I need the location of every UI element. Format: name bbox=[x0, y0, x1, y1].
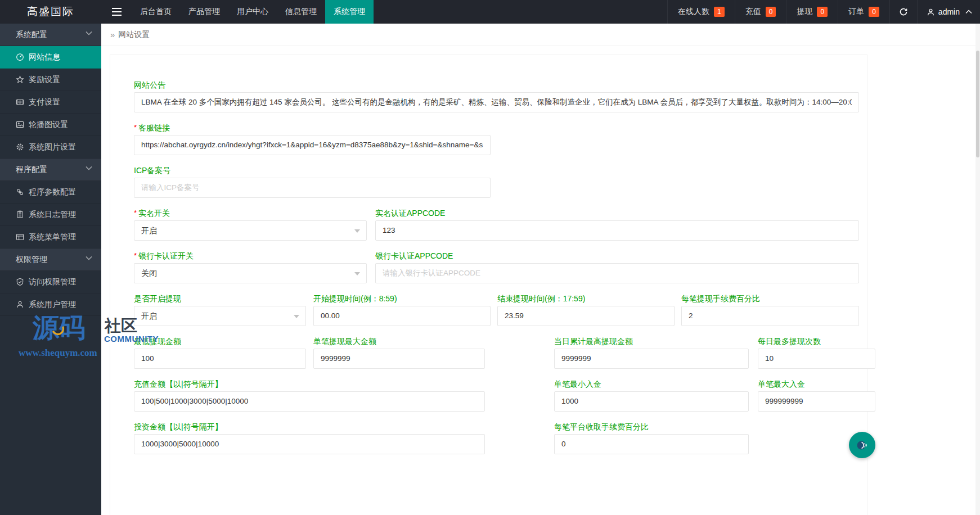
user-icon bbox=[16, 300, 24, 309]
nav-item-users[interactable]: 用户中心 bbox=[228, 0, 277, 24]
field-max-deposit: 单笔最大入金 bbox=[758, 379, 875, 412]
clipboard-icon bbox=[16, 210, 24, 219]
refresh-icon bbox=[899, 7, 908, 16]
field-realname-switch: *实名开关 开启 bbox=[134, 208, 367, 241]
field-recharge-amounts: 充值金额【以|符号隔开】 bbox=[134, 379, 485, 412]
site-announcement-input[interactable] bbox=[134, 92, 859, 112]
min-deposit-input[interactable] bbox=[554, 391, 749, 412]
gauge-icon bbox=[16, 53, 24, 61]
sidebar-item-system-users[interactable]: 系统用户管理 bbox=[0, 293, 101, 316]
max-deposit-input[interactable] bbox=[758, 391, 875, 412]
sidebar-item-program-params[interactable]: 程序参数配置 bbox=[0, 181, 101, 204]
withdraw-count-badge: 0 bbox=[817, 7, 828, 17]
vertical-scrollbar bbox=[975, 24, 980, 515]
breadcrumb: » 网站设置 bbox=[101, 24, 980, 46]
sidebar-group-program-config[interactable]: 程序配置 bbox=[0, 159, 101, 181]
order-count-badge: 0 bbox=[869, 7, 879, 17]
select-arrow-icon bbox=[354, 272, 360, 275]
sidebar-group-permissions[interactable]: 权限管理 bbox=[0, 249, 101, 271]
field-icp: ICP备案号 bbox=[134, 165, 491, 198]
sidebar-item-site-info[interactable]: 网站信息 bbox=[0, 46, 101, 69]
field-realname-appcode: 实名认证APPCODE bbox=[375, 208, 859, 241]
sidebar: 系统配置 网站信息 奖励设置 支付设置 轮播图设置 系统图片设置 程序配置 程序… bbox=[0, 24, 101, 515]
chevron-down-icon bbox=[86, 256, 92, 260]
customer-service-float-button[interactable] bbox=[849, 432, 875, 458]
select-arrow-icon bbox=[294, 315, 299, 318]
field-site-announcement: 网站公告 bbox=[134, 80, 859, 112]
nav-item-dashboard[interactable]: 后台首页 bbox=[132, 0, 180, 24]
nav-item-info[interactable]: 信息管理 bbox=[277, 0, 325, 24]
star-icon bbox=[16, 75, 24, 84]
sidebar-group-system-config[interactable]: 系统配置 bbox=[0, 24, 101, 46]
field-withdraw-fee-percent: 每笔提现手续费百分比 bbox=[681, 293, 859, 326]
icp-input[interactable] bbox=[134, 178, 491, 198]
image-icon bbox=[16, 120, 24, 129]
field-platform-fee-percent: 每笔平台收取手续费百分比 bbox=[554, 422, 749, 454]
sidebar-item-access-permissions[interactable]: 访问权限管理 bbox=[0, 271, 101, 293]
stat-recharge[interactable]: 充值 0 bbox=[735, 0, 786, 24]
max-withdraw-single-input[interactable] bbox=[313, 349, 485, 369]
app-logo: 高盛国际 bbox=[0, 0, 101, 24]
min-withdraw-input[interactable] bbox=[134, 349, 306, 369]
stat-online-users[interactable]: 在线人数 1 bbox=[667, 0, 735, 24]
realname-switch-select[interactable]: 开启 bbox=[134, 220, 367, 241]
field-withdraw-end-time: 结束提现时间(例：17:59) bbox=[497, 293, 675, 326]
max-withdraw-times-input[interactable] bbox=[758, 349, 875, 369]
user-icon bbox=[927, 8, 935, 16]
platform-fee-percent-input[interactable] bbox=[554, 434, 749, 454]
main-content: » 网站设置 网站公告 *客服链接 ICP备案号 bbox=[101, 24, 980, 515]
field-max-withdraw-daily: 当日累计最高提现金额 bbox=[554, 336, 749, 369]
field-max-withdraw-times: 每日最多提现次数 bbox=[758, 336, 875, 369]
chevron-down-icon bbox=[86, 31, 92, 35]
invest-amounts-input[interactable] bbox=[134, 434, 485, 454]
service-link-input[interactable] bbox=[134, 135, 491, 155]
field-min-deposit: 单笔最小入金 bbox=[554, 379, 749, 412]
online-count-badge: 1 bbox=[714, 7, 725, 17]
field-withdraw-enable: 是否开启提现 开启 bbox=[134, 293, 306, 326]
field-service-link: *客服链接 bbox=[134, 123, 491, 155]
stat-withdraw[interactable]: 提现 0 bbox=[786, 0, 838, 24]
breadcrumb-arrow-icon: » bbox=[110, 30, 115, 39]
sidebar-toggle-button[interactable] bbox=[101, 0, 132, 24]
chevron-up-icon bbox=[965, 10, 972, 14]
window-icon bbox=[16, 233, 24, 241]
sidebar-item-reward-settings[interactable]: 奖励设置 bbox=[0, 69, 101, 91]
field-bankcard-switch: *银行卡认证开关 关闭 bbox=[134, 251, 367, 283]
sidebar-item-payment-settings[interactable]: 支付设置 bbox=[0, 91, 101, 114]
sound-icon bbox=[855, 438, 870, 453]
link-icon bbox=[16, 188, 24, 196]
recharge-count-badge: 0 bbox=[766, 7, 776, 17]
page-title: 网站设置 bbox=[118, 30, 150, 40]
top-header: 高盛国际 后台首页 产品管理 用户中心 信息管理 系统管理 在线人数 1 充值 … bbox=[0, 0, 980, 24]
bankcard-appcode-input[interactable] bbox=[375, 263, 859, 283]
field-invest-amounts: 投资金额【以|符号隔开】 bbox=[134, 422, 485, 454]
money-icon bbox=[16, 98, 24, 106]
header-right-group: 在线人数 1 充值 0 提现 0 订单 0 admin bbox=[667, 0, 980, 24]
bankcard-switch-select[interactable]: 关闭 bbox=[134, 263, 367, 283]
recharge-amounts-input[interactable] bbox=[134, 391, 485, 412]
shield-check-icon bbox=[16, 278, 24, 286]
sidebar-item-carousel-settings[interactable]: 轮播图设置 bbox=[0, 114, 101, 136]
sidebar-item-system-logs[interactable]: 系统日志管理 bbox=[0, 204, 101, 226]
user-menu[interactable]: admin bbox=[917, 0, 980, 24]
stat-orders[interactable]: 订单 0 bbox=[838, 0, 889, 24]
field-max-withdraw-single: 单笔提现最大金额 bbox=[313, 336, 485, 369]
withdraw-start-time-input[interactable] bbox=[313, 306, 491, 326]
settings-form-card: 网站公告 *客服链接 ICP备案号 *实名开关 开启 实名 bbox=[110, 55, 867, 515]
username-label: admin bbox=[938, 7, 960, 16]
select-arrow-icon bbox=[354, 229, 360, 233]
nav-item-products[interactable]: 产品管理 bbox=[180, 0, 228, 24]
realname-appcode-input[interactable] bbox=[375, 220, 859, 241]
top-nav: 后台首页 产品管理 用户中心 信息管理 系统管理 bbox=[132, 0, 374, 24]
max-withdraw-daily-input[interactable] bbox=[554, 349, 749, 369]
withdraw-fee-percent-input[interactable] bbox=[681, 306, 859, 326]
chevron-down-icon bbox=[86, 166, 92, 170]
field-withdraw-start-time: 开始提现时间(例：8:59) bbox=[313, 293, 491, 326]
withdraw-enable-select[interactable]: 开启 bbox=[134, 306, 306, 326]
nav-item-system[interactable]: 系统管理 bbox=[325, 0, 374, 24]
scrollbar-thumb[interactable] bbox=[976, 51, 979, 157]
withdraw-end-time-input[interactable] bbox=[497, 306, 675, 326]
sidebar-item-system-images[interactable]: 系统图片设置 bbox=[0, 136, 101, 159]
refresh-button[interactable] bbox=[889, 0, 917, 24]
sidebar-item-system-menus[interactable]: 系统菜单管理 bbox=[0, 226, 101, 249]
